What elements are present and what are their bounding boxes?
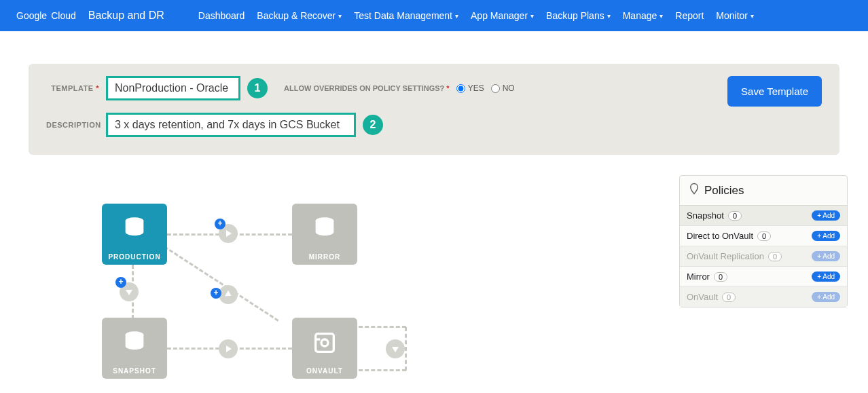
policies-panel: Policies Snapshot0 + Add Direct to OnVau… (679, 175, 848, 307)
policies-header: Policies (680, 176, 847, 206)
chevron-down-icon: ▾ (607, 12, 611, 20)
policy-flow-diagram: PRODUCTION MIRROR SNAPSHOT ONVAULT + + + (102, 204, 523, 387)
node-mirror[interactable]: MIRROR (292, 204, 357, 265)
nav-backup-recover[interactable]: Backup & Recover▾ (257, 10, 342, 21)
connector (405, 327, 407, 371)
database-icon (121, 204, 148, 253)
chevron-down-icon: ▾ (659, 12, 663, 20)
add-snapshot-button[interactable]: + Add (812, 210, 840, 221)
policy-row-snapshot: Snapshot0 + Add (680, 206, 847, 226)
node-label: SNAPSHOT (113, 367, 156, 379)
policy-row-onvault: OnVault0 + Add (680, 287, 847, 307)
tag-icon (688, 183, 700, 198)
override-no-radio[interactable]: NO (491, 83, 515, 93)
google-cloud-logo: Google Cloud (16, 10, 76, 21)
flow-knob[interactable] (386, 339, 405, 358)
nav-monitor[interactable]: Monitor▾ (716, 10, 754, 21)
template-form-panel: TEMPLATE * NonProduction - Oracle 1 ALLO… (29, 64, 839, 155)
svg-rect-3 (316, 333, 334, 352)
add-flow-icon[interactable]: + (215, 219, 225, 229)
node-label: PRODUCTION (108, 253, 160, 265)
add-flow-icon[interactable]: + (211, 288, 221, 299)
add-onvault-replication-button: + Add (812, 251, 840, 261)
connector (359, 326, 406, 328)
product-name: Backup and DR (88, 10, 170, 22)
chevron-down-icon: ▾ (530, 12, 534, 20)
chevron-down-icon: ▾ (338, 12, 342, 20)
svg-point-4 (321, 339, 328, 346)
logo-google: Google (16, 10, 47, 21)
override-yes-radio[interactable]: YES (456, 83, 484, 93)
logo-cloud: Cloud (51, 10, 76, 21)
node-snapshot[interactable]: SNAPSHOT (102, 318, 167, 379)
policy-row-onvault-replication: OnVault Replication0 + Add (680, 246, 847, 267)
nav-backup-plans[interactable]: Backup Plans▾ (546, 10, 611, 21)
database-icon (121, 318, 148, 367)
callout-1: 1 (247, 78, 268, 98)
override-label: ALLOW OVERRIDES ON POLICY SETTINGS? * (284, 84, 450, 92)
nav-manage[interactable]: Manage▾ (623, 10, 664, 21)
node-production[interactable]: PRODUCTION (102, 204, 167, 265)
connector (164, 246, 278, 321)
policy-row-direct-onvault: Direct to OnVault0 + Add (680, 226, 847, 246)
nav-app-manager[interactable]: App Manager▾ (471, 10, 534, 21)
save-template-button[interactable]: Save Template (727, 76, 822, 107)
required-star: * (94, 84, 99, 92)
policy-row-mirror: Mirror0 + Add (680, 267, 847, 287)
nav-dashboard[interactable]: Dashboard (198, 10, 245, 21)
chevron-down-icon: ▾ (751, 12, 754, 20)
callout-2: 2 (363, 115, 383, 135)
flow-knob[interactable] (219, 339, 238, 358)
add-flow-icon[interactable]: + (115, 277, 126, 288)
vault-icon (311, 318, 338, 367)
connector (359, 369, 406, 371)
chevron-down-icon: ▾ (455, 12, 458, 20)
template-name-input[interactable]: NonProduction - Oracle (106, 76, 240, 100)
nav-report[interactable]: Report (675, 10, 704, 21)
add-mirror-button[interactable]: + Add (812, 272, 840, 282)
template-label: TEMPLATE * (46, 84, 99, 92)
add-direct-onvault-button[interactable]: + Add (812, 231, 840, 241)
database-icon (311, 204, 338, 253)
description-label: DESCRIPTION (46, 121, 99, 129)
top-nav: Google Cloud Backup and DR Dashboard Bac… (0, 0, 868, 31)
node-label: ONVAULT (306, 367, 343, 379)
flow-knob[interactable] (219, 285, 238, 304)
add-onvault-button: + Add (812, 292, 840, 302)
description-input[interactable]: 3 x days retention, and 7x days in GCS B… (106, 113, 356, 137)
node-label: MIRROR (309, 253, 341, 265)
nav-test-data[interactable]: Test Data Management▾ (354, 10, 458, 21)
node-onvault[interactable]: ONVAULT (292, 318, 357, 379)
